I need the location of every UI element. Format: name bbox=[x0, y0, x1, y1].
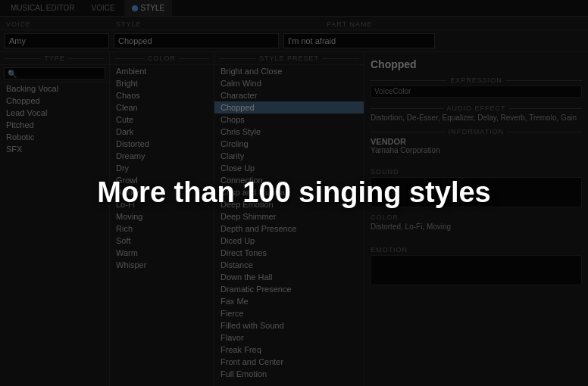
style-section-header: STYLE bbox=[110, 19, 321, 28]
search-box bbox=[0, 65, 109, 82]
style-list-item[interactable]: Chopped bbox=[214, 101, 364, 114]
sound-label: Sound bbox=[371, 168, 582, 176]
color-list-item[interactable]: Cute bbox=[110, 114, 214, 126]
style-list-item[interactable]: Clarity bbox=[214, 150, 364, 162]
style-list-item[interactable]: Down the Hall bbox=[214, 271, 364, 283]
tab-voice-label: VOICE bbox=[91, 4, 114, 12]
color-list: AmbientBrightChaosCleanCuteDarkDistorted… bbox=[110, 65, 214, 386]
style-list-item[interactable]: Deep Emotion bbox=[214, 198, 364, 210]
type-list: Backing VocalChoppedLead VocalPitchedRob… bbox=[0, 82, 109, 386]
voice-input[interactable] bbox=[5, 33, 109, 48]
tab-style-label: STYLE bbox=[141, 4, 165, 12]
style-list-item[interactable]: Circling bbox=[214, 138, 364, 150]
audio-effect-label: AUDIO EFFECT bbox=[371, 104, 582, 112]
partname-section-header: PART NAME bbox=[321, 19, 472, 28]
style-preset-panel: STYLE PRESET Bright and CloseCalm WindCh… bbox=[214, 52, 364, 386]
vendor-value: Yamaha Corporation bbox=[371, 146, 582, 154]
color-list-item[interactable]: Bright bbox=[110, 77, 214, 89]
style-list-item[interactable]: Freak Freq bbox=[214, 344, 364, 356]
partname-input[interactable] bbox=[283, 33, 435, 48]
style-list-item[interactable]: Chops bbox=[214, 114, 364, 126]
color-list-item[interactable]: Rich bbox=[110, 223, 214, 235]
color-list-item[interactable]: Dry bbox=[110, 162, 214, 174]
information-section: INFORMATION VENDOR Yamaha Corporation bbox=[371, 128, 582, 156]
style-list: Bright and CloseCalm WindCharacterChoppe… bbox=[214, 65, 364, 386]
style-list-item[interactable]: Crisp and Musical bbox=[214, 186, 364, 198]
partname-section-label: PART NAME bbox=[327, 20, 373, 28]
style-input[interactable] bbox=[114, 33, 279, 48]
style-list-item[interactable]: Fierce bbox=[214, 307, 364, 319]
style-list-item[interactable]: Fax Me bbox=[214, 295, 364, 307]
style-list-item[interactable]: Deep Shimmer bbox=[214, 210, 364, 223]
information-label: INFORMATION bbox=[371, 128, 582, 135]
type-list-item[interactable]: Backing Vocal bbox=[0, 82, 109, 95]
tab-voice[interactable]: VOICE bbox=[83, 0, 122, 16]
search-input[interactable] bbox=[4, 67, 105, 79]
expression-section: EXPRESSION VoiceColor bbox=[371, 76, 582, 100]
expression-value: VoiceColor bbox=[371, 86, 581, 96]
style-section-label: STYLE bbox=[116, 20, 142, 28]
audio-effect-section: AUDIO EFFECT Distortion, De-Esser, Equal… bbox=[371, 104, 582, 123]
color-list-item[interactable]: Ambient bbox=[110, 65, 214, 77]
color-list-item[interactable]: Lo-Fi bbox=[110, 198, 214, 210]
style-list-item[interactable]: Calm Wind bbox=[214, 77, 364, 89]
tab-musical-editor[interactable]: MUSICAL EDITOR bbox=[3, 0, 82, 16]
expression-bar: VoiceColor bbox=[371, 86, 582, 98]
style-list-item[interactable]: Flavor bbox=[214, 332, 364, 344]
sound-bar bbox=[371, 177, 582, 207]
info-panel: Chopped EXPRESSION VoiceColor AUDIO EFFE… bbox=[364, 52, 588, 386]
color-list-item[interactable]: Dreamy bbox=[110, 150, 214, 162]
color-list-item[interactable]: Dark bbox=[110, 126, 214, 138]
tab-style-dot bbox=[132, 5, 138, 11]
style-list-item[interactable]: Full Emotion bbox=[214, 368, 364, 380]
style-list-item[interactable]: Direct Tones bbox=[214, 247, 364, 259]
style-list-item[interactable]: Chris Style bbox=[214, 126, 364, 138]
vendor-label: VENDOR bbox=[371, 137, 582, 146]
color-info-label: COLOR bbox=[371, 213, 582, 221]
emotion-bar bbox=[371, 255, 582, 285]
tab-style[interactable]: STYLE bbox=[124, 0, 173, 16]
type-list-item[interactable]: Chopped bbox=[0, 95, 109, 107]
style-list-item[interactable]: Bright and Close bbox=[214, 65, 364, 77]
style-header-label: STYLE PRESET bbox=[259, 54, 319, 62]
style-list-item[interactable]: Filled with Sound bbox=[214, 319, 364, 332]
expression-label: EXPRESSION bbox=[371, 76, 582, 84]
type-header-label: TYPE bbox=[44, 54, 65, 62]
color-panel-header: COLOR bbox=[110, 52, 214, 65]
type-list-item[interactable]: Pitched bbox=[0, 119, 109, 131]
style-list-item[interactable]: Front and Center bbox=[214, 356, 364, 368]
tab-musical-editor-label: MUSICAL EDITOR bbox=[11, 4, 74, 12]
color-list-item[interactable]: Growl bbox=[110, 174, 214, 186]
color-list-item[interactable]: Soft bbox=[110, 235, 214, 247]
emotion-section: Emotion bbox=[371, 246, 582, 285]
style-list-item[interactable]: Dramatic Presence bbox=[214, 283, 364, 295]
voice-section-label: VOICE bbox=[6, 20, 31, 28]
style-list-item[interactable]: Diced Up bbox=[214, 235, 364, 247]
style-list-item[interactable]: Connection bbox=[214, 174, 364, 186]
color-info-section: COLOR Distorted, Lo-Fi, Moving bbox=[371, 213, 582, 231]
color-list-item[interactable]: Distorted bbox=[110, 138, 214, 150]
color-list-item[interactable]: Moving bbox=[110, 210, 214, 223]
type-panel: TYPE Backing VocalChoppedLead VocalPitch… bbox=[0, 52, 110, 386]
color-list-item[interactable]: Husky bbox=[110, 186, 214, 198]
sound-section: Sound bbox=[371, 168, 582, 210]
style-list-item[interactable]: Close Up bbox=[214, 162, 364, 174]
color-header-label: COLOR bbox=[148, 54, 176, 62]
style-list-item[interactable]: Character bbox=[214, 89, 364, 101]
type-list-item[interactable]: Lead Vocal bbox=[0, 107, 109, 119]
info-title: Chopped bbox=[371, 58, 582, 70]
type-list-item[interactable]: SFX bbox=[0, 143, 109, 155]
color-list-item[interactable]: Warm bbox=[110, 247, 214, 259]
tab-bar: MUSICAL EDITOR VOICE STYLE bbox=[0, 0, 588, 17]
type-list-item[interactable]: Robotic bbox=[0, 131, 109, 143]
style-list-item[interactable]: Depth and Presence bbox=[214, 223, 364, 235]
color-list-item[interactable]: Chaos bbox=[110, 89, 214, 101]
section-headers: VOICE STYLE PART NAME bbox=[0, 17, 588, 30]
style-list-item[interactable]: Distance bbox=[214, 259, 364, 271]
style-panel-header: STYLE PRESET bbox=[214, 52, 364, 65]
color-list-item[interactable]: Clean bbox=[110, 101, 214, 114]
voice-section-header: VOICE bbox=[0, 19, 110, 28]
color-list-item[interactable]: Whisper bbox=[110, 259, 214, 271]
color-info-value: Distorted, Lo-Fi, Moving bbox=[371, 223, 582, 231]
emotion-label: Emotion bbox=[371, 246, 582, 254]
